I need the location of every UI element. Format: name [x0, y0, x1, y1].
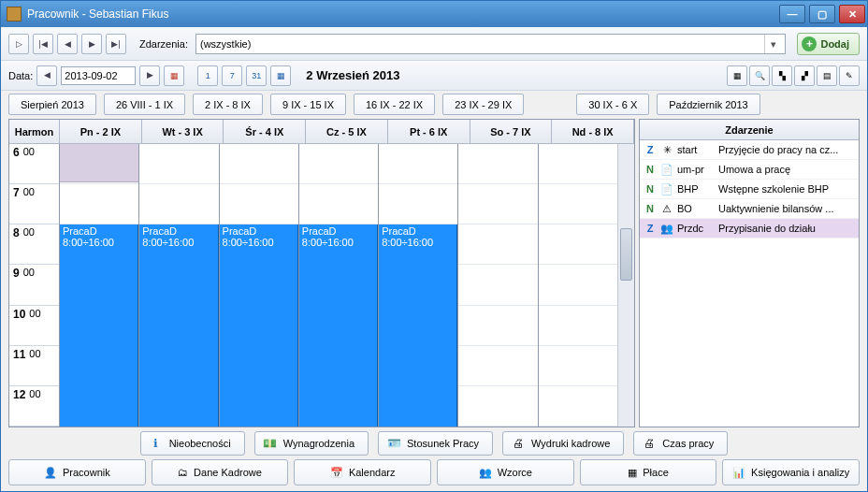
tool-search-icon[interactable]: 🔍 [749, 65, 770, 86]
button-wydruki-kadrowe[interactable]: 🖨Wydruki kadrowe [502, 431, 624, 456]
view-grid-button[interactable]: ▦ [270, 65, 291, 86]
date-input[interactable]: 2013-09-02 [61, 66, 136, 85]
nav-prev-button[interactable]: ◀ [57, 34, 78, 54]
tool-cal-icon[interactable]: ▦ [727, 65, 747, 86]
event-flag: N [644, 164, 657, 175]
nav-first-button[interactable]: |◀ [33, 34, 53, 54]
calendar-icon: 📅 [330, 467, 343, 479]
day-header-pt[interactable]: Pt - 6 IX [388, 120, 470, 143]
tool-table-icon[interactable]: ▤ [817, 65, 837, 86]
event-flag: Z [644, 223, 657, 234]
events-select[interactable]: (wszystkie) ▾ [195, 34, 786, 54]
plus-icon: + [802, 36, 817, 51]
day-header-so[interactable]: So - 7 IX [470, 120, 553, 143]
date-prev-button[interactable]: ◀ [36, 65, 57, 86]
app-icon [7, 7, 22, 22]
event-row[interactable]: Z✳startPrzyjęcie do pracy na cz... [640, 140, 859, 160]
button-czas-pracy[interactable]: 🖨Czas pracy [633, 431, 728, 456]
tab-dane-kadrowe[interactable]: 🗂Dane Kadrowe [152, 459, 289, 485]
tab-ksiegowania[interactable]: 📊Księgowania i analizy [722, 459, 860, 485]
minimize-button[interactable]: — [779, 5, 805, 23]
event-type-icon: 👥 [660, 223, 673, 235]
events-select-dropdown-icon[interactable]: ▾ [764, 35, 781, 53]
event-row[interactable]: Z👥PrzdcPrzypisanie do działu [640, 219, 859, 239]
close-button[interactable]: ✕ [839, 5, 865, 23]
button-stosunek-pracy[interactable]: 🪪Stosunek Pracy [378, 431, 493, 456]
tab-wzorce[interactable]: 👥Wzorce [437, 459, 574, 485]
harmon-header: Harmon [9, 120, 60, 143]
button-nieobecnosci[interactable]: ℹNieobecności [140, 431, 245, 456]
time-slot: 800 [9, 224, 59, 265]
tab-place[interactable]: ▦Płace [580, 459, 717, 485]
view-cal-button[interactable]: ▦ [164, 65, 184, 86]
tab-kalendarz[interactable]: 📅Kalendarz [294, 459, 431, 485]
nav-stop-button[interactable]: ▷ [8, 34, 29, 54]
scrollbar-thumb[interactable] [620, 228, 632, 281]
event-code: BHP [677, 183, 715, 195]
event-block[interactable]: PracaD8:00÷16:00 [379, 224, 457, 427]
button-wynagrodzenia[interactable]: 💵Wynagrodzenia [254, 431, 369, 456]
event-desc: Wstępne szkolenie BHP [718, 183, 855, 195]
tab-prev-month[interactable]: Sierpień 2013 [8, 94, 96, 115]
tab-week-4[interactable]: 16 IX - 22 IX [354, 94, 435, 115]
nav-next-button[interactable]: ▶ [81, 34, 102, 54]
maximize-button[interactable]: ▢ [809, 5, 835, 23]
event-block[interactable]: PracaD8:00÷16:00 [139, 224, 218, 427]
tab-week-6[interactable]: 30 IX - 6 X [576, 94, 649, 115]
tab-week-3[interactable]: 9 IX - 15 IX [270, 94, 346, 115]
add-button[interactable]: + Dodaj [797, 33, 860, 55]
printer-icon: 🖨 [511, 436, 526, 451]
events-label: Zdarzenia: [139, 38, 188, 50]
date-label: Data: [8, 70, 33, 81]
event-row[interactable]: N📄BHPWstępne szkolenie BHP [640, 180, 859, 199]
events-panel-header: Zdarzenie [640, 120, 859, 140]
event-code: Przdc [677, 223, 715, 234]
app-window: Pracownik - Sebastian Fikus — ▢ ✕ ▷ |◀ ◀… [0, 0, 868, 492]
toolbar-events: ▷ |◀ ◀ ▶ ▶| Zdarzenia: (wszystkie) ▾ + D… [1, 27, 867, 61]
event-block[interactable]: PracaD8:00÷16:00 [220, 224, 298, 427]
time-slot: 900 [9, 265, 59, 305]
nav-last-button[interactable]: ▶| [106, 34, 126, 54]
event-block[interactable]: PracaD8:00÷16:00 [60, 224, 138, 427]
tab-week-5[interactable]: 23 IX - 29 IX [442, 94, 524, 115]
view-day31-button[interactable]: 31 [246, 65, 267, 86]
calendar-scrollbar[interactable] [617, 144, 634, 427]
day-col-pt[interactable]: PracaD8:00÷16:00 [379, 144, 458, 427]
window-title: Pracownik - Sebastian Fikus [27, 7, 168, 21]
people-icon: 👥 [479, 467, 492, 479]
tab-week-2[interactable]: 2 IX - 8 IX [193, 94, 263, 115]
date-next-button[interactable]: ▶ [139, 65, 160, 86]
view-day1-button[interactable]: 1 [197, 65, 218, 86]
day-header-sr[interactable]: Śr - 4 IX [224, 120, 306, 143]
event-code: start [677, 144, 715, 155]
event-type-icon: ✳ [660, 144, 673, 156]
tool-chart1-icon[interactable]: ▚ [772, 65, 792, 86]
day-col-nd[interactable] [539, 144, 617, 427]
event-block[interactable]: PracaD8:00÷16:00 [299, 224, 378, 427]
day-col-sr[interactable]: PracaD8:00÷16:00 [220, 144, 299, 427]
tab-week-1[interactable]: 26 VIII - 1 IX [104, 94, 185, 115]
time-column: 600 700 800 900 1000 1100 1200 [9, 144, 60, 427]
tab-next-month[interactable]: Październik 2013 [657, 94, 760, 115]
event-row[interactable]: N📄um-prUmowa a pracę [640, 160, 859, 180]
day-header-pn[interactable]: Pn - 2 IX [60, 120, 142, 143]
time-slot: 700 [9, 184, 59, 224]
day-header-wt[interactable]: Wt - 3 IX [142, 120, 224, 143]
day-header-cz[interactable]: Cz - 5 IX [306, 120, 388, 143]
day-col-wt[interactable]: PracaD8:00÷16:00 [139, 144, 219, 427]
tool-edit-icon[interactable]: ✎ [839, 65, 860, 86]
event-code: BO [677, 203, 715, 214]
view-day7-button[interactable]: 7 [222, 65, 242, 86]
event-row[interactable]: N⚠BOUaktywnienie bilansów ... [640, 199, 859, 219]
day-header-nd[interactable]: Nd - 8 IX [552, 120, 634, 143]
tool-chart2-icon[interactable]: ▞ [794, 65, 815, 86]
day-col-so[interactable] [458, 144, 538, 427]
allday-bar [60, 144, 138, 182]
calendar: Harmon Pn - 2 IX Wt - 3 IX Śr - 4 IX Cz … [8, 119, 635, 427]
day-col-pn[interactable]: PracaD8:00÷16:00 [60, 144, 139, 427]
event-type-icon: ⚠ [660, 203, 673, 215]
printer-icon: 🖨 [642, 436, 657, 451]
tab-pracownik[interactable]: 👤Pracownik [8, 459, 146, 485]
day-col-cz[interactable]: PracaD8:00÷16:00 [299, 144, 379, 427]
event-desc: Przyjęcie do pracy na cz... [718, 144, 855, 155]
